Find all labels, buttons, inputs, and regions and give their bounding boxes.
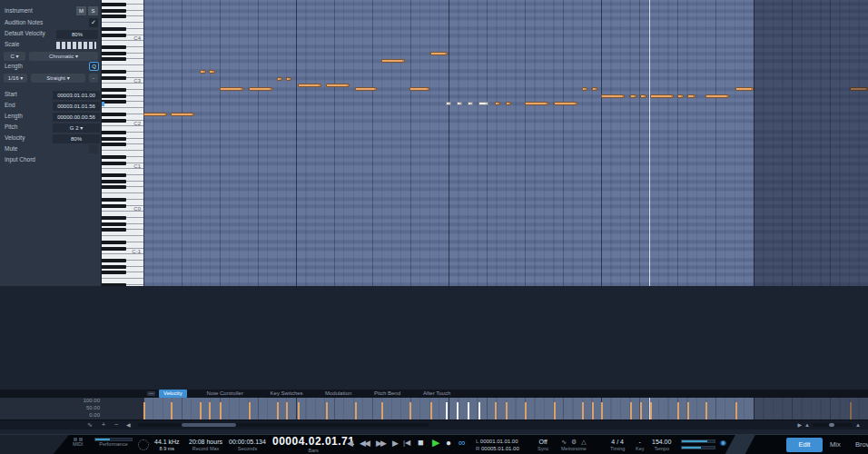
lane-tab-note-controller[interactable]: Note Controller: [202, 390, 248, 398]
zoom-out-icon[interactable]: −: [114, 421, 118, 428]
piano-roll-grid[interactable]: [143, 0, 868, 286]
black-key[interactable]: [102, 45, 126, 49]
black-key[interactable]: [102, 216, 126, 220]
velocity-bar[interactable]: [446, 402, 448, 419]
instrument-solo-button[interactable]: S: [88, 6, 98, 15]
black-key[interactable]: [102, 9, 126, 13]
length-feel-select[interactable]: Straight ▾: [31, 74, 85, 83]
metronome-icon[interactable]: △: [581, 438, 586, 446]
velocity-bar[interactable]: [143, 402, 145, 419]
audition-notes-checkbox[interactable]: ✓: [89, 18, 98, 27]
midi-note[interactable]: [220, 87, 243, 91]
inspector-pitch-select[interactable]: G 2 ▾: [53, 123, 100, 133]
black-key[interactable]: [102, 94, 126, 98]
midi-note-selected[interactable]: [457, 102, 462, 105]
midi-note-selected[interactable]: [446, 102, 451, 105]
zoom-in-icon[interactable]: +: [102, 421, 105, 428]
velocity-bar[interactable]: [554, 402, 556, 419]
velocity-bar[interactable]: [355, 402, 357, 419]
black-key[interactable]: [102, 283, 126, 286]
midi-note[interactable]: [640, 94, 646, 98]
pre-count-icon[interactable]: ∿: [561, 438, 567, 446]
curve-mode-icon[interactable]: ∿: [87, 421, 93, 429]
inspector-value-start[interactable]: 00003.01.01.00: [53, 91, 100, 100]
velocity-bar[interactable]: [582, 402, 584, 419]
lane-tab-after-touch[interactable]: After Touch: [419, 390, 455, 398]
inspector-value-end[interactable]: 00003.01.01.56: [53, 102, 100, 111]
velocity-bar[interactable]: [495, 402, 497, 419]
velocity-bar[interactable]: [592, 402, 594, 419]
return-to-start-button[interactable]: |◀: [403, 439, 410, 447]
velocity-bar[interactable]: [705, 402, 707, 419]
performance-meter[interactable]: Performance: [94, 438, 133, 448]
velocity-bar[interactable]: [326, 402, 328, 419]
black-key[interactable]: [102, 131, 126, 134]
midi-note[interactable]: [592, 87, 597, 91]
velocity-bar[interactable]: [525, 402, 527, 419]
record-button[interactable]: ●: [446, 438, 451, 448]
black-key[interactable]: [102, 180, 126, 183]
midi-note[interactable]: [582, 87, 587, 91]
velocity-bar[interactable]: [506, 402, 508, 419]
play-button[interactable]: ▶: [432, 437, 439, 449]
velocity-bar[interactable]: [457, 402, 459, 419]
length-minus-button[interactable]: -: [89, 74, 98, 83]
velocity-bar[interactable]: [277, 402, 279, 419]
velocity-bar[interactable]: [478, 402, 480, 419]
midi-note[interactable]: [286, 77, 291, 81]
midi-note-selected[interactable]: [478, 102, 488, 105]
midi-note[interactable]: [650, 94, 674, 98]
black-key[interactable]: [102, 27, 126, 31]
tempo-readout[interactable]: 154.00 Tempo: [652, 438, 671, 452]
black-key[interactable]: [102, 173, 126, 177]
midi-note[interactable]: [277, 77, 282, 81]
midi-note[interactable]: [355, 87, 377, 91]
black-key[interactable]: [102, 137, 126, 141]
velocity-bar[interactable]: [735, 402, 737, 419]
velocity-bar[interactable]: [409, 402, 411, 419]
midi-note[interactable]: [687, 94, 695, 98]
midi-note[interactable]: [430, 52, 448, 55]
midi-note[interactable]: [630, 94, 636, 98]
black-key[interactable]: [102, 198, 126, 202]
midi-note-selected[interactable]: [468, 102, 473, 105]
midi-note[interactable]: [326, 84, 350, 87]
black-key[interactable]: [102, 222, 126, 226]
black-key[interactable]: [102, 143, 126, 146]
length-value-select[interactable]: 1/16 ▾: [4, 74, 27, 83]
velocity-bar[interactable]: [298, 402, 300, 419]
forward-button[interactable]: ▶▶: [376, 439, 385, 448]
loop-locators[interactable]: L 00001.01.01.00 R 00005.01.01.00: [476, 438, 519, 452]
midi-note[interactable]: [495, 102, 500, 105]
lane-collapse-button[interactable]: —: [147, 391, 155, 396]
instrument-mute-button[interactable]: M: [76, 6, 86, 15]
editor-h-scrollbar[interactable]: [138, 423, 429, 427]
sync-toggle[interactable]: Off Sync: [538, 438, 548, 452]
midi-note[interactable]: [171, 113, 194, 116]
default-velocity-value[interactable]: 80%: [56, 30, 98, 39]
velocity-bar[interactable]: [650, 402, 652, 419]
velocity-bar[interactable]: [601, 402, 603, 419]
editor-zoom-controls[interactable]: ▶▲ ▲: [797, 421, 861, 429]
lane-tab-key-switches[interactable]: Key Switches: [266, 390, 308, 398]
lane-tab-modulation[interactable]: Modulation: [321, 390, 356, 398]
black-key[interactable]: [102, 155, 126, 159]
midi-note[interactable]: [200, 70, 206, 74]
midi-note[interactable]: [601, 94, 625, 98]
midi-note[interactable]: [409, 87, 429, 91]
mute-checkbox[interactable]: [89, 144, 98, 153]
gear-icon[interactable]: ⚙: [571, 438, 577, 446]
lane-tab-velocity[interactable]: Velocity: [159, 390, 187, 398]
midi-note[interactable]: [735, 87, 754, 91]
midi-note[interactable]: [705, 94, 729, 98]
velocity-bar[interactable]: [381, 402, 383, 419]
black-key[interactable]: [102, 70, 126, 74]
black-key[interactable]: [102, 265, 126, 269]
black-key[interactable]: [102, 52, 126, 55]
black-key[interactable]: [102, 15, 126, 18]
key-readout[interactable]: - Key: [636, 438, 644, 452]
bars-readout[interactable]: 00004.02.01.71 Bars: [272, 436, 354, 454]
black-key[interactable]: [102, 113, 126, 116]
scale-keyboard-icon[interactable]: [54, 42, 96, 49]
rewind-button[interactable]: ◀◀: [360, 439, 369, 448]
